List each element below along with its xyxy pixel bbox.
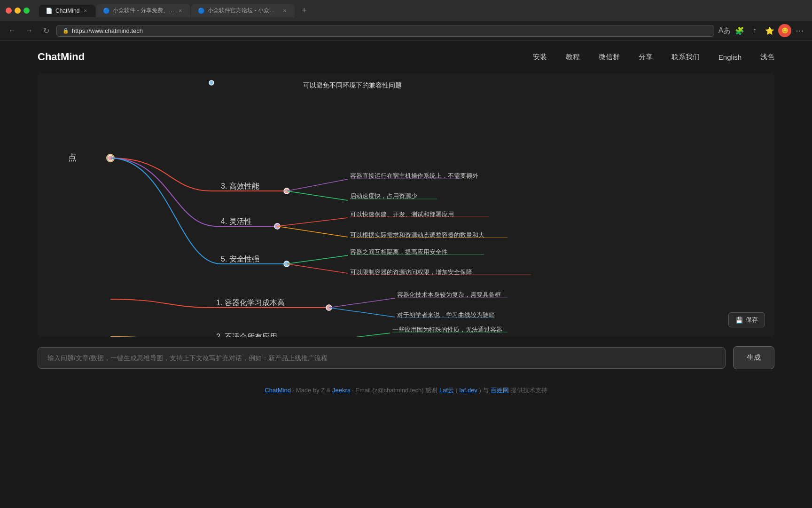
- footer-made-by: · Made by Z &: [293, 387, 333, 394]
- maximize-button[interactable]: [23, 8, 30, 14]
- tab-close-xiazhong2[interactable]: ✕: [281, 8, 288, 14]
- footer-paren2: ) 与: [479, 387, 491, 394]
- mindmap-area: 可以避免不同环境下的兼容性问题 点 点 3. 高效性能 容器直接运行在宿主机操作…: [38, 73, 774, 337]
- save-button[interactable]: 💾 保存: [728, 312, 765, 327]
- traffic-lights: [6, 8, 30, 14]
- footer-lafyun-link[interactable]: Laf云: [439, 387, 454, 394]
- branchc1-label: 1. 容器化学习成本高: [216, 299, 285, 307]
- input-area: 生成: [0, 337, 812, 379]
- footer-lafdev-link[interactable]: laf.dev: [460, 387, 477, 394]
- top-node-dot: [209, 80, 214, 85]
- nav-contact[interactable]: 联系我们: [671, 53, 700, 62]
- translate-icon[interactable]: Aあ: [718, 24, 731, 37]
- root-top-label: 点: [68, 153, 77, 162]
- browser-actions: Aあ 🧩 ↑ ⭐ 😊 ⋯: [718, 24, 806, 37]
- tab-icon-xiazhong2: 🔵: [198, 8, 205, 14]
- nav-english[interactable]: English: [718, 53, 742, 61]
- reload-button[interactable]: ↻: [39, 24, 53, 37]
- tab-xiazhong1[interactable]: 🔵 小众软件 - 分享免费、小巧、实... ✕: [96, 4, 190, 17]
- branch5-label: 5. 安全性强: [221, 255, 259, 263]
- bookmark-icon[interactable]: ⭐: [763, 24, 776, 37]
- tabs-bar: 📄 ChatMind ✕ 🔵 小众软件 - 分享免费、小巧、实... ✕ 🔵 小…: [33, 4, 806, 17]
- footer-tech-support: 提供技术支持: [511, 387, 547, 394]
- title-bar: 📄 ChatMind ✕ 🔵 小众软件 - 分享免费、小巧、实... ✕ 🔵 小…: [0, 0, 812, 21]
- footer-jeekrs-link[interactable]: Jeekrs: [332, 387, 350, 394]
- nav-wechat[interactable]: 微信群: [599, 53, 620, 62]
- footer: ChatMind · Made by Z & Jeekrs · Email (z…: [0, 379, 812, 402]
- branchc2-label: 2. 不适合所有应用: [216, 333, 277, 337]
- footer-chatmind-link[interactable]: ChatMind: [265, 387, 291, 394]
- tab-icon-xiazhong1: 🔵: [103, 8, 110, 14]
- branch3-child2-text: 启动速度快，占用资源少: [350, 192, 417, 199]
- tab-icon-chatmind: 📄: [46, 8, 53, 14]
- nav-links: 安装 教程 微信群 分享 联系我们 English 浅色: [533, 53, 774, 62]
- forward-button[interactable]: →: [23, 24, 36, 37]
- close-button[interactable]: [6, 8, 12, 14]
- mindmap-svg: 可以避免不同环境下的兼容性问题 点 点 3. 高效性能 容器直接运行在宿主机操作…: [38, 73, 774, 337]
- page-content: ChatMind 安装 教程 微信群 分享 联系我们 English 浅色 可以…: [0, 40, 812, 402]
- footer-baixing-link[interactable]: 百姓网: [491, 387, 509, 394]
- top-text: 可以避免不同环境下的兼容性问题: [303, 81, 402, 89]
- extensions-icon[interactable]: 🧩: [733, 24, 746, 37]
- back-button[interactable]: ←: [6, 24, 19, 37]
- minimize-button[interactable]: [15, 8, 21, 14]
- site-logo: ChatMind: [38, 51, 85, 63]
- footer-paren1: (: [456, 387, 458, 394]
- browser-chrome: 📄 ChatMind ✕ 🔵 小众软件 - 分享免费、小巧、实... ✕ 🔵 小…: [0, 0, 812, 40]
- tab-label-xiazhong1: 小众软件 - 分享免费、小巧、实...: [113, 7, 174, 15]
- branch4-label: 4. 灵活性: [221, 217, 252, 225]
- tab-close-chatmind[interactable]: ✕: [82, 8, 89, 14]
- url-text: https://www.chatmind.tech: [72, 27, 143, 34]
- tab-label-xiazhong2: 小众软件官方论坛 - 小众软件: [208, 7, 279, 15]
- share-icon[interactable]: ↑: [748, 24, 761, 37]
- save-icon: 💾: [735, 317, 743, 324]
- address-bar[interactable]: 🔒 https://www.chatmind.tech: [56, 25, 714, 37]
- tab-chatmind[interactable]: 📄 ChatMind ✕: [39, 5, 95, 17]
- site-nav: ChatMind 安装 教程 微信群 分享 联系我们 English 浅色: [0, 40, 812, 73]
- profile-avatar[interactable]: 😊: [778, 24, 791, 37]
- save-label: 保存: [746, 316, 758, 324]
- lock-icon: 🔒: [62, 28, 69, 34]
- generate-button[interactable]: 生成: [733, 346, 774, 369]
- nav-install[interactable]: 安装: [533, 53, 547, 62]
- address-bar-row: ← → ↻ 🔒 https://www.chatmind.tech Aあ 🧩 ↑…: [0, 21, 812, 40]
- footer-email: · Email (z@chatmind.tech) 感谢: [352, 387, 439, 394]
- branch3-label: 3. 高效性能: [221, 182, 259, 190]
- tab-xiazhong2[interactable]: 🔵 小众软件官方论坛 - 小众软件 ✕: [191, 4, 295, 17]
- tab-close-xiazhong1[interactable]: ✕: [177, 8, 184, 14]
- nav-tutorial[interactable]: 教程: [566, 53, 580, 62]
- nav-share[interactable]: 分享: [639, 53, 653, 62]
- more-button[interactable]: ⋯: [793, 24, 806, 37]
- nav-light-mode[interactable]: 浅色: [760, 53, 774, 62]
- prompt-input[interactable]: [38, 347, 726, 369]
- tab-label-chatmind: ChatMind: [55, 8, 79, 14]
- new-tab-button[interactable]: +: [297, 4, 311, 17]
